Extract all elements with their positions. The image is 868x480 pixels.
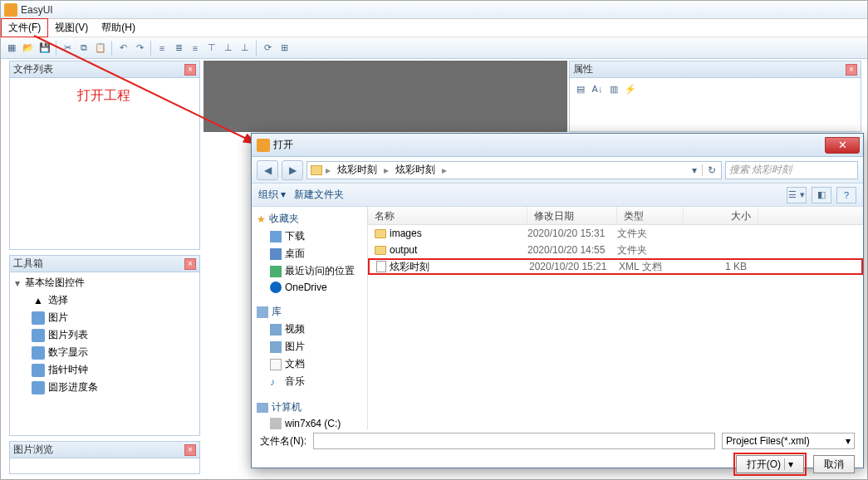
sidebar-videos[interactable]: 视频 (252, 321, 367, 338)
toolbox-item-clock[interactable]: 指针时钟 (12, 361, 198, 379)
col-name[interactable]: 名称 (368, 207, 527, 224)
tool-extra-icon[interactable]: ⟳ (260, 41, 275, 56)
col-size[interactable]: 大小 (684, 207, 758, 224)
folder-icon (375, 229, 386, 238)
help-button[interactable]: ? (836, 187, 856, 203)
progress-icon (32, 381, 45, 394)
clock-icon (32, 364, 45, 377)
sidebar-computer[interactable]: 计算机 (252, 399, 367, 416)
toolbox-item-imagelist[interactable]: 图片列表 (12, 326, 198, 344)
toolbox-item-image[interactable]: 图片 (12, 309, 198, 326)
close-icon[interactable]: × (184, 258, 196, 270)
sidebar-recent[interactable]: 最近访问的位置 (252, 262, 367, 280)
dialog-title: 打开 (273, 138, 293, 152)
sidebar-libraries[interactable]: 库 (252, 303, 367, 321)
nav-forward-button[interactable]: ▶ (282, 160, 303, 180)
props-sort-icon[interactable]: A↓ (590, 81, 605, 96)
tool-align-right-icon[interactable]: ≡ (188, 41, 203, 56)
search-input[interactable]: 搜索 炫彩时刻 (725, 161, 858, 179)
tool-align-middle-icon[interactable]: ⊥ (221, 41, 236, 56)
organize-button[interactable]: 组织 ▾ (258, 188, 286, 202)
new-folder-button[interactable]: 新建文件夹 (294, 188, 344, 202)
tool-cut-icon[interactable]: ✂ (60, 41, 75, 56)
breadcrumb-dropdown-icon[interactable]: ▾ (689, 164, 700, 176)
pointer-icon: ▲ (32, 294, 45, 307)
nav-back-button[interactable]: ◀ (257, 160, 278, 180)
tool-extra2-icon[interactable]: ⊞ (277, 41, 292, 56)
menu-view[interactable]: 视图(V) (48, 19, 95, 37)
file-row-images[interactable]: images 2020/10/20 15:31 文件夹 (368, 225, 863, 242)
tool-open-icon[interactable]: 📂 (21, 41, 36, 56)
menu-file[interactable]: 文件(F) (1, 18, 48, 37)
dialog-close-button[interactable]: ✕ (825, 137, 860, 154)
tool-align-bottom-icon[interactable]: ⊥ (238, 41, 253, 56)
file-filter-select[interactable]: Project Files(*.xml) ▾ (722, 433, 855, 449)
sidebar-favorites[interactable]: ★收藏夹 (252, 210, 367, 228)
menu-help[interactable]: 帮助(H) (95, 19, 142, 37)
cancel-button[interactable]: 取消 (813, 455, 855, 473)
breadcrumb[interactable]: ▸ 炫彩时刻 ▸ 炫彩时刻 ▸ ▾ ↻ (306, 161, 722, 179)
tool-undo-icon[interactable]: ↶ (115, 41, 130, 56)
collapse-icon[interactable]: ▾ (15, 277, 25, 289)
toolbox-group-label: 基本绘图控件 (25, 276, 85, 290)
search-placeholder: 搜索 炫彩时刻 (729, 163, 792, 177)
properties-toolbar: ▤ A↓ ▥ ⚡ (570, 78, 861, 100)
filter-label: Project Files(*.xml) (726, 435, 810, 447)
open-button-label: 打开(O) (747, 458, 781, 472)
props-categorize-icon[interactable]: ▤ (573, 81, 588, 96)
close-icon[interactable]: × (184, 444, 196, 456)
toolbar-separator (150, 41, 151, 56)
file-date: 2020/10/20 14:55 (527, 244, 617, 256)
sidebar-documents[interactable]: 文档 (252, 355, 367, 373)
filelist-title: 文件列表 (13, 62, 53, 76)
sidebar-desktop[interactable]: 桌面 (252, 245, 367, 262)
dialog-titlebar[interactable]: 打开 ✕ (252, 134, 863, 157)
col-date[interactable]: 修改日期 (527, 207, 617, 224)
file-type: 文件夹 (617, 227, 684, 241)
tool-align-center-icon[interactable]: ≣ (171, 41, 186, 56)
sidebar-pictures[interactable]: 图片 (252, 338, 367, 355)
filename-label: 文件名(N): (260, 434, 306, 448)
sidebar-label: win7x64 (C:) (285, 418, 341, 429)
tool-redo-icon[interactable]: ↷ (132, 41, 147, 56)
sidebar-disk-c[interactable]: win7x64 (C:) (252, 416, 367, 429)
tool-paste-icon[interactable]: 📋 (93, 41, 108, 56)
filename-input[interactable] (313, 433, 715, 449)
close-icon[interactable]: × (846, 64, 857, 76)
sidebar-label: 图片 (285, 340, 305, 354)
breadcrumb-separator: ▸ (382, 164, 390, 176)
file-row-output[interactable]: output 2020/10/20 14:55 文件夹 (368, 242, 863, 258)
toolbox-panel: 工具箱 × ▾ 基本绘图控件 ▲选择 图片 图片列表 数字显示 指针时钟 圆形进… (9, 255, 200, 436)
file-open-dialog: 打开 ✕ ◀ ▶ ▸ 炫彩时刻 ▸ 炫彩时刻 ▸ ▾ ↻ 搜索 炫彩时刻 组织 … (251, 133, 864, 468)
file-row-project[interactable]: 炫彩时刻 2020/10/20 15:21 XML 文档 1 KB (368, 258, 863, 275)
properties-panel: 属性 × ▤ A↓ ▥ ⚡ (569, 61, 861, 132)
props-pages-icon[interactable]: ▥ (606, 81, 621, 96)
toolbox-item-progress[interactable]: 圆形进度条 (12, 379, 198, 396)
open-button[interactable]: 打开(O)▾ (736, 455, 804, 473)
sidebar-downloads[interactable]: 下载 (252, 228, 367, 245)
breadcrumb-item[interactable]: 炫彩时刻 (334, 162, 380, 178)
tool-new-icon[interactable]: ▦ (4, 41, 19, 56)
view-mode-button[interactable]: ☰ ▾ (787, 187, 807, 203)
preview-pane-button[interactable]: ◧ (812, 187, 831, 203)
close-icon[interactable]: × (184, 64, 196, 76)
tool-align-left-icon[interactable]: ≡ (154, 41, 169, 56)
toolbox-group[interactable]: ▾ 基本绘图控件 (12, 274, 198, 291)
sidebar-music[interactable]: ♪音乐 (252, 373, 367, 390)
toolbox-item-number[interactable]: 数字显示 (12, 344, 198, 361)
sidebar-label: 下载 (285, 229, 305, 243)
props-events-icon[interactable]: ⚡ (623, 81, 638, 96)
col-type[interactable]: 类型 (617, 207, 684, 224)
sidebar-label: 桌面 (285, 247, 305, 261)
tool-copy-icon[interactable]: ⧉ (76, 41, 91, 56)
breadcrumb-item[interactable]: 炫彩时刻 (392, 162, 439, 178)
toolbox-item-label: 选择 (48, 293, 68, 307)
tool-save-icon[interactable]: 💾 (37, 41, 52, 56)
preview-panel: 图片浏览 × (9, 441, 200, 474)
tool-align-top-icon[interactable]: ⊤ (204, 41, 219, 56)
toolbox-item-select[interactable]: ▲选择 (12, 291, 198, 309)
sidebar-onedrive[interactable]: OneDrive (252, 280, 367, 295)
refresh-icon[interactable]: ↻ (702, 164, 721, 176)
main-titlebar: EasyUI (1, 1, 867, 19)
toolbox-header: 工具箱 × (10, 256, 199, 272)
